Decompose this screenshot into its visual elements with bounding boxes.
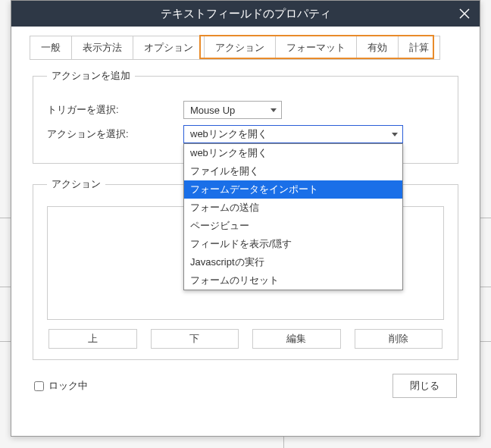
dialog-body: 一般 表示方法 オプション アクション フォーマット 有効 計算 アクションを追… <box>11 27 480 436</box>
delete-button[interactable]: 削除 <box>355 329 443 349</box>
action-select[interactable]: webリンクを開く <box>183 125 403 143</box>
dialog-footer: ロック中 閉じる <box>30 374 461 398</box>
properties-dialog: テキストフィールドのプロパティ 一般 表示方法 オプション アクション フォーマ… <box>11 0 480 437</box>
lock-label: ロック中 <box>48 379 88 393</box>
lock-checkbox[interactable]: ロック中 <box>34 379 88 393</box>
tab-appearance[interactable]: 表示方法 <box>71 36 133 60</box>
trigger-select[interactable]: Mouse Up <box>183 101 282 119</box>
move-up-button[interactable]: 上 <box>48 329 137 349</box>
option-page-view[interactable]: ページビュー <box>184 217 402 235</box>
option-open-web[interactable]: webリンクを開く <box>184 144 402 162</box>
close-dialog-button[interactable]: 閉じる <box>392 374 457 398</box>
option-show-hide[interactable]: フィールドを表示/隠す <box>184 235 402 253</box>
actions-legend: アクション <box>47 177 105 191</box>
tab-options[interactable]: オプション <box>133 36 205 60</box>
chevron-down-icon <box>271 108 277 112</box>
option-reset-form[interactable]: フォームのリセット <box>184 271 402 290</box>
trigger-label: トリガーを選択: <box>47 103 183 117</box>
action-select-value: webリンクを開く <box>190 127 267 141</box>
tab-format[interactable]: フォーマット <box>275 36 357 60</box>
dialog-title: テキストフィールドのプロパティ <box>161 7 331 21</box>
tab-actions[interactable]: アクション <box>204 36 276 60</box>
add-action-group: アクションを追加 トリガーを選択: Mouse Up アクションを選択: web… <box>33 69 458 164</box>
option-import-form[interactable]: フォームデータをインポート <box>184 180 402 199</box>
action-select-label: アクションを選択: <box>47 127 183 141</box>
option-run-js[interactable]: Javascriptの実行 <box>184 253 402 271</box>
close-button[interactable] <box>449 1 480 27</box>
titlebar: テキストフィールドのプロパティ <box>11 1 480 27</box>
chevron-down-icon <box>392 133 398 136</box>
add-action-legend: アクションを追加 <box>47 69 135 83</box>
action-dropdown: webリンクを開く ファイルを開く フォームデータをインポート フォームの送信 … <box>183 143 403 290</box>
tab-calculate[interactable]: 計算 <box>398 36 440 60</box>
close-icon <box>459 8 470 19</box>
tab-validate[interactable]: 有効 <box>356 36 399 60</box>
option-open-file[interactable]: ファイルを開く <box>184 162 402 180</box>
edit-button[interactable]: 編集 <box>252 329 341 349</box>
move-down-button[interactable]: 下 <box>151 329 239 349</box>
lock-input[interactable] <box>34 381 44 391</box>
trigger-value: Mouse Up <box>190 105 235 116</box>
tab-general[interactable]: 一般 <box>30 36 72 60</box>
tab-bar: 一般 表示方法 オプション アクション フォーマット 有効 計算 <box>30 36 461 60</box>
option-submit-form[interactable]: フォームの送信 <box>184 199 402 217</box>
